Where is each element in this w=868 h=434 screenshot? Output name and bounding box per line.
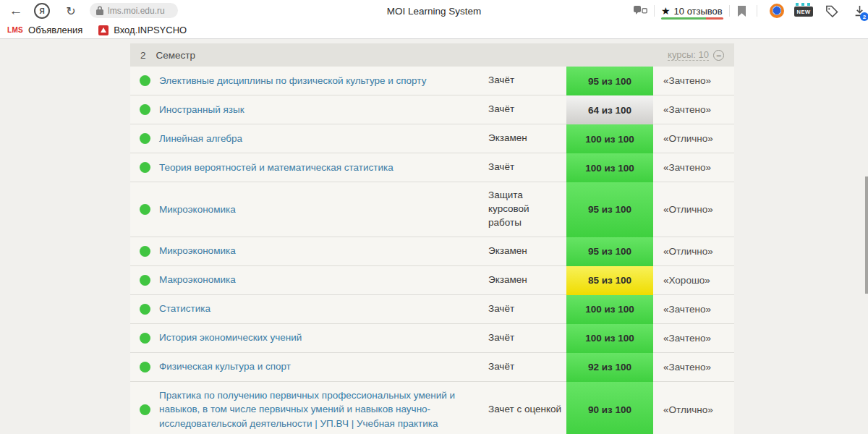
grade-text: «Зачтено» <box>653 104 734 115</box>
status-cell <box>130 204 159 215</box>
status-dot-icon <box>140 275 150 286</box>
course-link[interactable]: История экономических учений <box>159 324 488 352</box>
table-row: Микроэкономика Защита курсовой работы 95… <box>130 182 734 237</box>
status-cell <box>130 404 159 415</box>
assessment-type: Экзамен <box>488 238 566 265</box>
table-row: Физическая культура и спорт Зачёт 92 из … <box>130 353 734 382</box>
bookmark-button[interactable] <box>738 0 746 22</box>
grade-text: «Отлично» <box>653 246 734 257</box>
status-dot-icon <box>140 333 150 344</box>
course-link[interactable]: Физическая культура и спорт <box>159 353 488 380</box>
status-cell <box>130 133 159 144</box>
course-link[interactable]: Теория вероятностей и математическая ста… <box>159 154 488 182</box>
table-row: Линейная алгебра Экзамен 100 из 100 «Отл… <box>130 124 734 153</box>
chat-bubbles-icon <box>634 5 647 17</box>
table-row: Статистика Зачёт 100 из 100 «Зачтено» <box>130 295 734 324</box>
bookmark-label: Вход.INPSYCHO <box>114 25 187 35</box>
status-cell <box>130 162 159 173</box>
status-dot-icon <box>140 362 150 373</box>
assessment-type: Зачёт <box>488 296 566 323</box>
grade-text: «Зачтено» <box>653 333 734 344</box>
rating-bar <box>661 17 723 20</box>
status-dot-icon <box>140 404 150 415</box>
courses-count-link[interactable]: курсы: 10 <box>668 49 709 61</box>
assessment-type: Зачёт <box>488 67 566 94</box>
grade-text: «Зачтено» <box>653 75 734 86</box>
grades-table: 2 Семестр курсы: 10 − Элективные дисципл… <box>130 43 734 434</box>
course-link[interactable]: Элективные дисциплины по физической куль… <box>159 67 488 95</box>
bookmark-item-inpsycho[interactable]: Вход.INPSYCHO <box>98 25 187 35</box>
course-link[interactable]: Микроэкономика <box>159 196 488 224</box>
star-icon: ★ <box>661 5 671 17</box>
score-badge: 92 из 100 <box>566 353 653 382</box>
scrollbar-thumb[interactable] <box>865 176 868 294</box>
lms-favicon: LMS <box>7 26 23 34</box>
score-badge: 85 из 100 <box>566 266 653 295</box>
score-badge: 64 из 100 <box>566 95 653 124</box>
bookmark-item-announcements[interactable]: LMS Объявления <box>7 25 82 35</box>
semester-label: Семестр <box>156 50 196 61</box>
collapse-icon[interactable]: − <box>713 50 724 61</box>
course-link[interactable]: Микроэкономика <box>159 237 488 265</box>
grade-text: «Хорошо» <box>653 275 734 286</box>
extension-new-icon[interactable]: NEW <box>794 7 813 17</box>
score-badge: 100 из 100 <box>566 324 653 353</box>
table-row: История экономических учений Зачёт 100 и… <box>130 324 734 353</box>
address-bar[interactable]: lms.moi.edu.ru <box>90 3 178 18</box>
grade-text: «Отлично» <box>653 133 734 144</box>
course-link[interactable]: Практика по получению первичных професси… <box>159 382 488 434</box>
assessment-type: Экзамен <box>488 125 566 152</box>
table-rows: Элективные дисциплины по физической куль… <box>130 67 734 434</box>
status-dot-icon <box>140 104 150 115</box>
course-link[interactable]: Макроэкономика <box>159 266 488 294</box>
grade-text: «Зачтено» <box>653 304 734 315</box>
status-dot-icon <box>140 75 150 86</box>
status-cell <box>130 333 159 344</box>
back-icon: ← <box>9 3 23 19</box>
extension-tag-icon[interactable] <box>825 0 838 22</box>
assessment-type: Зачёт <box>488 325 566 352</box>
grade-text: «Отлично» <box>653 204 734 215</box>
grade-text: «Зачтено» <box>653 162 734 173</box>
yandex-home-button[interactable]: Я <box>33 0 51 22</box>
status-cell <box>130 275 159 286</box>
semester-header: 2 Семестр курсы: 10 − <box>130 43 734 67</box>
table-row: Микроэкономика Экзамен 95 из 100 «Отличн… <box>130 237 734 266</box>
course-link[interactable]: Линейная алгебра <box>159 125 488 153</box>
browser-toolbar: ← Я ↻ lms.moi.edu.ru MOI Learning System… <box>0 0 868 22</box>
downloads-badge: 2 <box>860 12 868 21</box>
status-cell <box>130 104 159 115</box>
yandex-icon: Я <box>34 3 50 19</box>
lock-icon <box>96 6 103 15</box>
assessment-type: Зачёт <box>488 354 566 380</box>
table-row: Теория вероятностей и математическая ста… <box>130 153 734 182</box>
back-button[interactable]: ← <box>7 0 25 22</box>
grade-text: «Отлично» <box>653 404 734 415</box>
status-cell <box>130 304 159 315</box>
score-badge: 100 из 100 <box>566 153 653 182</box>
score-badge: 90 из 100 <box>566 382 653 434</box>
status-cell <box>130 75 159 86</box>
semester-number: 2 <box>140 50 146 61</box>
score-badge: 100 из 100 <box>566 124 653 153</box>
score-badge: 95 из 100 <box>566 67 653 95</box>
course-link[interactable]: Статистика <box>159 295 488 323</box>
table-row: Макроэкономика Экзамен 85 из 100 «Хорошо… <box>130 266 734 295</box>
bookmarks-bar: LMS Объявления Вход.INPSYCHO <box>0 22 868 39</box>
table-row: Элективные дисциплины по физической куль… <box>130 67 734 95</box>
status-dot-icon <box>140 204 150 215</box>
extension-browser-icon[interactable] <box>770 4 784 18</box>
table-row: Иностранный язык Зачёт 64 из 100 «Зачтен… <box>130 95 734 124</box>
toolbar-divider <box>729 5 730 17</box>
page-content: 2 Семестр курсы: 10 − Элективные дисципл… <box>0 39 868 434</box>
status-cell <box>130 246 159 257</box>
course-link[interactable]: Иностранный язык <box>159 96 488 124</box>
score-badge: 95 из 100 <box>566 182 653 237</box>
status-dot-icon <box>140 304 150 315</box>
assessment-type: Защита курсовой работы <box>488 182 566 237</box>
score-badge: 100 из 100 <box>566 295 653 324</box>
status-dot-icon <box>140 133 150 144</box>
protect-button[interactable] <box>634 0 647 22</box>
refresh-button[interactable]: ↻ <box>62 0 80 22</box>
grade-text: «Зачтено» <box>653 362 734 373</box>
